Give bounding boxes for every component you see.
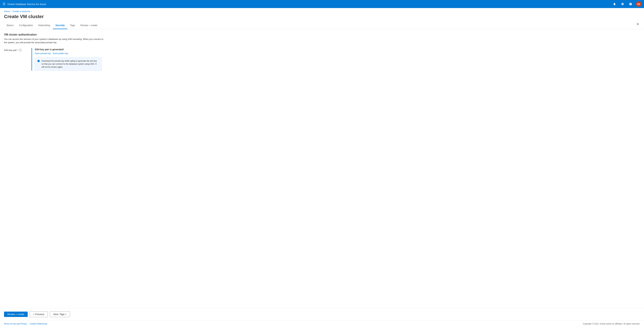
tab-networking[interactable]: Networking <box>36 22 53 29</box>
ssh-key-title: SSH key pair is generated <box>35 48 102 51</box>
app-title: Oracle Database Service for Azure <box>8 3 610 5</box>
section-description: You can access the services of your syst… <box>4 37 105 44</box>
settings-icon[interactable] <box>620 1 625 7</box>
section-title: VM cluster authentication <box>4 33 640 36</box>
footer-copyright: Copyright © 2022, Oracle and/or its affi… <box>583 323 640 325</box>
info-box-text: Download the private key while opting to… <box>42 59 99 68</box>
review-create-button[interactable]: Review + create <box>4 312 28 317</box>
required-marker: * <box>18 49 18 51</box>
breadcrumb-sep-1: › <box>11 10 12 12</box>
ssh-key-pair-label: SSH key pair * i <box>4 48 28 51</box>
footer-links-bar: Terms of Use and Privacy Cookie Preferen… <box>0 321 644 327</box>
help-icon[interactable] <box>628 1 633 7</box>
ssh-key-links: Save private key Save public key <box>35 52 102 55</box>
breadcrumb: Home › Create a resource › <box>0 8 644 12</box>
breadcrumb-create-resource[interactable]: Create a resource <box>12 10 30 12</box>
previous-button[interactable]: < Previous <box>30 312 48 317</box>
next-button[interactable]: Next: Tags > <box>50 312 70 317</box>
ssh-key-section: SSH key pair is generated Save private k… <box>32 48 102 71</box>
save-public-key-link[interactable]: Save public key <box>53 52 68 55</box>
tab-tags[interactable]: Tags <box>68 22 78 29</box>
topbar-icons: DS <box>612 1 641 7</box>
save-private-key-link[interactable]: Save private key <box>35 52 51 55</box>
footer-action-bar: Review + create < Previous Next: Tags > <box>0 308 644 321</box>
hamburger-menu[interactable]: ☰ <box>3 2 5 6</box>
footer-links-left: Terms of Use and Privacy Cookie Preferen… <box>4 323 47 325</box>
topbar: ☰ Oracle Database Service for Azure DS <box>0 0 644 8</box>
terms-link[interactable]: Terms of Use and Privacy <box>4 323 27 325</box>
cookie-link[interactable]: Cookie Preferences <box>30 323 47 325</box>
ssh-info-box: Download the private key while opting to… <box>35 57 102 71</box>
user-avatar[interactable]: DS <box>636 1 641 7</box>
notification-icon[interactable] <box>612 1 617 7</box>
tab-review-create[interactable]: Review + create <box>78 22 100 29</box>
ssh-key-pair-row: SSH key pair * i SSH key pair is generat… <box>4 48 640 71</box>
close-button[interactable]: ✕ <box>636 21 640 27</box>
breadcrumb-home[interactable]: Home <box>4 10 10 12</box>
content-area: VM cluster authentication You can access… <box>0 29 644 308</box>
breadcrumb-sep-2: › <box>31 10 32 12</box>
tabs-bar: Basics Configuration Networking Security… <box>0 22 644 29</box>
ssh-key-info-icon[interactable]: i <box>19 49 22 51</box>
main-content: Home › Create a resource › Create VM clu… <box>0 8 644 327</box>
info-box-icon <box>37 60 40 68</box>
page-title: Create VM cluster <box>0 12 644 22</box>
tab-security[interactable]: Security <box>53 22 68 29</box>
tab-basics[interactable]: Basics <box>4 22 16 29</box>
tab-configuration[interactable]: Configuration <box>16 22 36 29</box>
